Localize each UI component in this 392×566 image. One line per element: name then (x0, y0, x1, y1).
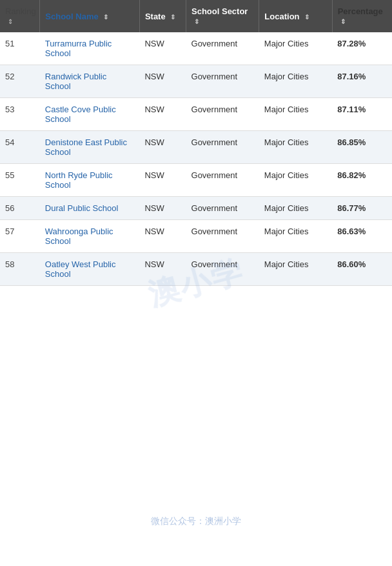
table-header-row: Ranking ⇕ School Name ⇕ State ⇕ School S… (0, 0, 392, 32)
cell-location: Major Cities (259, 65, 332, 98)
cell-school-name[interactable]: Wahroonga Public School (40, 220, 140, 253)
cell-school-sector: Government (186, 131, 259, 164)
cell-school-name[interactable]: Turramurra Public School (40, 32, 140, 65)
cell-location: Major Cities (259, 220, 332, 253)
cell-school-name[interactable]: Oatley West Public School (40, 253, 140, 286)
cell-ranking: 55 (0, 164, 40, 197)
cell-school-sector: Government (186, 164, 259, 197)
cell-ranking: 52 (0, 65, 40, 98)
cell-location: Major Cities (259, 253, 332, 286)
column-header-percentage[interactable]: Percentage ⇕ (332, 0, 392, 32)
column-label-school-sector: School Sector (191, 6, 248, 16)
table-row: 53Castle Cove Public SchoolNSWGovernment… (0, 98, 392, 131)
table-row: 52Randwick Public SchoolNSWGovernmentMaj… (0, 65, 392, 98)
column-label-state: State (145, 12, 166, 21)
cell-location: Major Cities (259, 197, 332, 220)
cell-state: NSW (139, 98, 186, 131)
cell-school-sector: Government (186, 220, 259, 253)
table-row: 51Turramurra Public SchoolNSWGovernmentM… (0, 32, 392, 65)
cell-location: Major Cities (259, 98, 332, 131)
cell-state: NSW (139, 220, 186, 253)
cell-location: Major Cities (259, 32, 332, 65)
cell-school-name[interactable]: Dural Public School (40, 197, 140, 220)
sort-icon-ranking: ⇕ (8, 18, 13, 25)
cell-state: NSW (139, 253, 186, 286)
cell-percentage: 87.28% (332, 32, 392, 65)
table-row: 55North Ryde Public SchoolNSWGovernmentM… (0, 164, 392, 197)
column-label-ranking: Ranking (5, 6, 36, 16)
cell-school-sector: Government (186, 65, 259, 98)
cell-school-name[interactable]: Castle Cove Public School (40, 98, 140, 131)
column-label-location: Location (264, 12, 299, 21)
cell-school-name[interactable]: Denistone East Public School (40, 131, 140, 164)
column-header-school-name[interactable]: School Name ⇕ (40, 0, 140, 32)
cell-ranking: 56 (0, 197, 40, 220)
column-label-percentage: Percentage (338, 6, 383, 16)
cell-ranking: 53 (0, 98, 40, 131)
cell-ranking: 57 (0, 220, 40, 253)
cell-school-sector: Government (186, 32, 259, 65)
school-rankings-table: Ranking ⇕ School Name ⇕ State ⇕ School S… (0, 0, 392, 286)
cell-school-sector: Government (186, 253, 259, 286)
cell-percentage: 87.16% (332, 65, 392, 98)
sort-icon-school-sector: ⇕ (194, 18, 199, 25)
cell-percentage: 86.60% (332, 253, 392, 286)
cell-percentage: 86.77% (332, 197, 392, 220)
column-label-school-name: School Name (45, 12, 98, 21)
cell-percentage: 86.85% (332, 131, 392, 164)
cell-school-name[interactable]: Randwick Public School (40, 65, 140, 98)
column-header-ranking[interactable]: Ranking ⇕ (0, 0, 40, 32)
cell-location: Major Cities (259, 131, 332, 164)
cell-state: NSW (139, 197, 186, 220)
cell-percentage: 86.63% (332, 220, 392, 253)
cell-location: Major Cities (259, 164, 332, 197)
cell-school-sector: Government (186, 197, 259, 220)
table-row: 56Dural Public SchoolNSWGovernmentMajor … (0, 197, 392, 220)
cell-school-sector: Government (186, 98, 259, 131)
column-header-school-sector[interactable]: School Sector ⇕ (186, 0, 259, 32)
table-row: 57Wahroonga Public SchoolNSWGovernmentMa… (0, 220, 392, 253)
sort-icon-state: ⇕ (170, 14, 175, 21)
sort-icon-school-name: ⇕ (103, 14, 108, 21)
cell-state: NSW (139, 32, 186, 65)
sort-icon-percentage: ⇕ (340, 18, 346, 25)
sort-icon-location: ⇕ (304, 14, 309, 21)
cell-school-name[interactable]: North Ryde Public School (40, 164, 140, 197)
cell-ranking: 51 (0, 32, 40, 65)
table-row: 54Denistone East Public SchoolNSWGovernm… (0, 131, 392, 164)
column-header-location[interactable]: Location ⇕ (259, 0, 332, 32)
cell-state: NSW (139, 131, 186, 164)
cell-percentage: 87.11% (332, 98, 392, 131)
cell-ranking: 54 (0, 131, 40, 164)
cell-percentage: 86.82% (332, 164, 392, 197)
cell-state: NSW (139, 164, 186, 197)
cell-ranking: 58 (0, 253, 40, 286)
table-row: 58Oatley West Public SchoolNSWGovernment… (0, 253, 392, 286)
cell-state: NSW (139, 65, 186, 98)
column-header-state[interactable]: State ⇕ (139, 0, 186, 32)
